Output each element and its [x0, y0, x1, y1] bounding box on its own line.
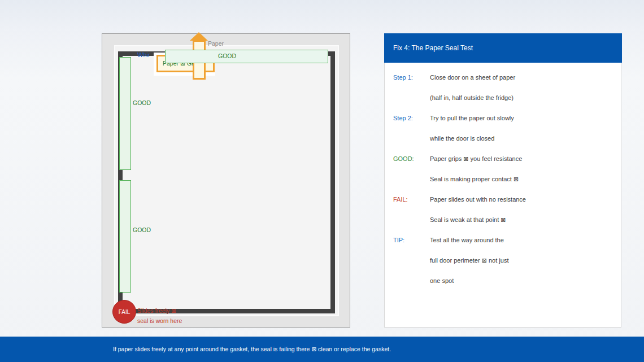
- panel-title: Fix 4: The Paper Seal Test: [384, 33, 622, 63]
- instruction-row: TIP: Test all the way around the: [385, 237, 622, 245]
- fridge-brand-label: Whir: [137, 51, 150, 58]
- row-text: Test all the way around the: [430, 237, 504, 243]
- good-label-lower: GOOD: [133, 226, 151, 233]
- fail-badge-label: FAIL: [119, 309, 130, 315]
- instruction-row: Step 1: Close door on a sheet of paper: [385, 74, 622, 82]
- good-banner-label: GOOD: [218, 53, 236, 59]
- instruction-row: Seal is weak at that point ⊠: [385, 216, 622, 224]
- instruction-row: while the door is closed: [385, 135, 622, 143]
- page: Whir GOOD GOOD Paper ⊠ GRIP Paper strip …: [0, 0, 644, 362]
- row-text: while the door is closed: [430, 135, 494, 142]
- footer-text: If paper slides freely at any point arou…: [113, 337, 391, 362]
- row-text: Try to pull the paper out slowly: [430, 115, 514, 121]
- instruction-panel: Fix 4: The Paper Seal Test Step 1: Close…: [384, 33, 621, 328]
- row-text: Paper slides out with no resistance: [430, 196, 526, 203]
- instruction-row: full door perimeter ⊠ not just: [385, 257, 622, 265]
- gasket-test-strip-bottom: [119, 180, 131, 293]
- good-banner: GOOD: [165, 50, 328, 63]
- fail-note-line1: Slides freely ⊠: [137, 307, 176, 314]
- row-text: Seal is making proper contact ⊠: [430, 176, 519, 183]
- row-text: Close door on a sheet of paper: [430, 74, 515, 81]
- arrow-up-icon: [190, 32, 208, 41]
- door-gasket-frame: [118, 51, 335, 313]
- row-label: TIP:: [393, 237, 404, 243]
- row-text: full door perimeter ⊠ not just: [430, 257, 508, 264]
- fridge-door-diagram: Whir GOOD GOOD Paper ⊠ GRIP Paper strip …: [102, 33, 350, 328]
- instruction-row: one spot: [385, 277, 622, 285]
- instruction-row: FAIL: Paper slides out with no resistanc…: [385, 196, 622, 204]
- row-label: Step 1:: [393, 74, 413, 81]
- instruction-row: Step 2: Try to pull the paper out slowly: [385, 115, 622, 123]
- row-text: Paper grips ⊠ you feel resistance: [430, 155, 522, 163]
- row-text: (half in, half outside the fridge): [430, 94, 514, 101]
- gasket-test-strip-top: [119, 57, 131, 170]
- good-label-upper: GOOD: [133, 99, 151, 106]
- row-text: one spot: [430, 277, 454, 284]
- row-label: FAIL:: [393, 196, 408, 203]
- row-label: GOOD:: [393, 155, 414, 162]
- instruction-row: Seal is making proper contact ⊠: [385, 176, 622, 184]
- fail-note-line2: seal is worn here: [137, 317, 182, 324]
- paper-strip-caption-line1: Paper: [208, 36, 224, 51]
- fail-badge: FAIL: [112, 300, 136, 324]
- instruction-row: GOOD: Paper grips ⊠ you feel resistance: [385, 155, 622, 163]
- row-text: Seal is weak at that point ⊠: [430, 216, 506, 224]
- footer-bar: If paper slides freely at any point arou…: [0, 337, 644, 362]
- row-label: Step 2:: [393, 115, 413, 121]
- instruction-row: (half in, half outside the fridge): [385, 94, 622, 102]
